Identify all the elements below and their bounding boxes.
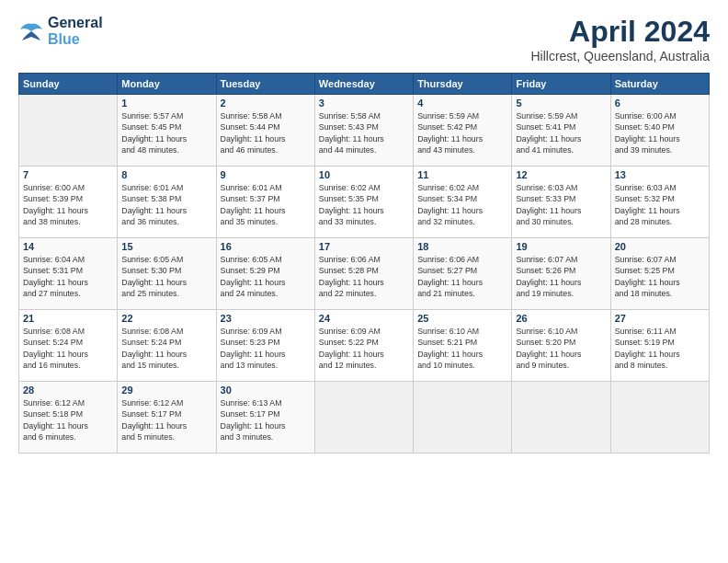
- day-info: Sunrise: 5:58 AMSunset: 5:43 PMDaylight:…: [319, 110, 409, 155]
- calendar-cell: 29Sunrise: 6:12 AMSunset: 5:17 PMDayligh…: [118, 382, 216, 454]
- calendar-cell: 30Sunrise: 6:13 AMSunset: 5:17 PMDayligh…: [216, 382, 314, 454]
- calendar-cell: [19, 95, 118, 167]
- day-info: Sunrise: 6:06 AMSunset: 5:28 PMDaylight:…: [319, 254, 409, 299]
- day-number: 14: [23, 241, 113, 252]
- calendar-cell: 23Sunrise: 6:09 AMSunset: 5:23 PMDayligh…: [216, 310, 314, 382]
- header: General Blue April 2024 Hillcrest, Queen…: [18, 15, 710, 63]
- day-info: Sunrise: 6:03 AMSunset: 5:33 PMDaylight:…: [516, 182, 606, 227]
- calendar-week-5: 28Sunrise: 6:12 AMSunset: 5:18 PMDayligh…: [19, 382, 710, 454]
- day-number: 26: [516, 313, 606, 324]
- day-number: 18: [417, 241, 507, 252]
- day-number: 21: [23, 313, 113, 324]
- header-friday: Friday: [512, 74, 610, 95]
- day-number: 23: [221, 313, 311, 324]
- day-info: Sunrise: 6:00 AMSunset: 5:40 PMDaylight:…: [615, 110, 705, 155]
- logo: General Blue: [18, 15, 103, 48]
- month-title: April 2024: [530, 15, 710, 49]
- calendar-cell: 4Sunrise: 5:59 AMSunset: 5:42 PMDaylight…: [414, 95, 512, 167]
- calendar-cell: 7Sunrise: 6:00 AMSunset: 5:39 PMDaylight…: [19, 167, 118, 238]
- calendar-cell: [512, 382, 610, 454]
- day-number: 6: [615, 98, 705, 109]
- day-info: Sunrise: 6:01 AMSunset: 5:37 PMDaylight:…: [221, 182, 311, 227]
- day-info: Sunrise: 5:59 AMSunset: 5:42 PMDaylight:…: [417, 110, 507, 155]
- day-info: Sunrise: 6:12 AMSunset: 5:17 PMDaylight:…: [121, 397, 211, 442]
- day-info: Sunrise: 6:02 AMSunset: 5:34 PMDaylight:…: [417, 182, 507, 227]
- calendar-cell: 25Sunrise: 6:10 AMSunset: 5:21 PMDayligh…: [414, 310, 512, 382]
- calendar-cell: 3Sunrise: 5:58 AMSunset: 5:43 PMDaylight…: [314, 95, 413, 167]
- day-number: 7: [23, 169, 113, 180]
- calendar-cell: 24Sunrise: 6:09 AMSunset: 5:22 PMDayligh…: [314, 310, 413, 382]
- day-number: 28: [23, 385, 113, 396]
- day-number: 3: [319, 98, 409, 109]
- header-thursday: Thursday: [414, 74, 512, 95]
- day-number: 20: [615, 241, 705, 252]
- day-info: Sunrise: 6:13 AMSunset: 5:17 PMDaylight:…: [221, 397, 311, 442]
- calendar-cell: [610, 382, 709, 454]
- day-number: 12: [516, 169, 606, 180]
- day-number: 19: [516, 241, 606, 252]
- calendar-cell: 17Sunrise: 6:06 AMSunset: 5:28 PMDayligh…: [314, 238, 413, 310]
- calendar-table: Sunday Monday Tuesday Wednesday Thursday…: [18, 73, 710, 454]
- day-number: 30: [221, 385, 311, 396]
- day-number: 22: [121, 313, 211, 324]
- calendar-week-1: 1Sunrise: 5:57 AMSunset: 5:45 PMDaylight…: [19, 95, 710, 167]
- header-monday: Monday: [118, 74, 216, 95]
- day-number: 27: [615, 313, 705, 324]
- calendar-week-2: 7Sunrise: 6:00 AMSunset: 5:39 PMDaylight…: [19, 167, 710, 238]
- day-info: Sunrise: 6:04 AMSunset: 5:31 PMDaylight:…: [23, 254, 113, 299]
- calendar-cell: [414, 382, 512, 454]
- day-number: 25: [417, 313, 507, 324]
- calendar-cell: 9Sunrise: 6:01 AMSunset: 5:37 PMDaylight…: [216, 167, 314, 238]
- day-info: Sunrise: 6:02 AMSunset: 5:35 PMDaylight:…: [319, 182, 409, 227]
- day-info: Sunrise: 6:01 AMSunset: 5:38 PMDaylight:…: [121, 182, 211, 227]
- calendar-cell: 11Sunrise: 6:02 AMSunset: 5:34 PMDayligh…: [414, 167, 512, 238]
- day-info: Sunrise: 6:09 AMSunset: 5:23 PMDaylight:…: [221, 326, 311, 371]
- calendar-cell: 26Sunrise: 6:10 AMSunset: 5:20 PMDayligh…: [512, 310, 610, 382]
- day-info: Sunrise: 6:10 AMSunset: 5:20 PMDaylight:…: [516, 326, 606, 371]
- calendar-cell: 5Sunrise: 5:59 AMSunset: 5:41 PMDaylight…: [512, 95, 610, 167]
- location: Hillcrest, Queensland, Australia: [530, 49, 710, 63]
- calendar-cell: 8Sunrise: 6:01 AMSunset: 5:38 PMDaylight…: [118, 167, 216, 238]
- day-info: Sunrise: 6:03 AMSunset: 5:32 PMDaylight:…: [615, 182, 705, 227]
- calendar-cell: 15Sunrise: 6:05 AMSunset: 5:30 PMDayligh…: [118, 238, 216, 310]
- logo-icon: [18, 20, 44, 42]
- header-tuesday: Tuesday: [216, 74, 314, 95]
- day-number: 5: [516, 98, 606, 109]
- calendar-cell: 22Sunrise: 6:08 AMSunset: 5:24 PMDayligh…: [118, 310, 216, 382]
- calendar-cell: 2Sunrise: 5:58 AMSunset: 5:44 PMDaylight…: [216, 95, 314, 167]
- day-number: 9: [221, 169, 311, 180]
- header-wednesday: Wednesday: [314, 74, 413, 95]
- calendar-cell: 20Sunrise: 6:07 AMSunset: 5:25 PMDayligh…: [610, 238, 709, 310]
- day-number: 15: [121, 241, 211, 252]
- day-number: 2: [221, 98, 311, 109]
- day-number: 8: [121, 169, 211, 180]
- header-saturday: Saturday: [610, 74, 709, 95]
- day-info: Sunrise: 6:12 AMSunset: 5:18 PMDaylight:…: [23, 397, 113, 442]
- day-number: 1: [121, 98, 211, 109]
- calendar-cell: 18Sunrise: 6:06 AMSunset: 5:27 PMDayligh…: [414, 238, 512, 310]
- header-sunday: Sunday: [19, 74, 118, 95]
- day-info: Sunrise: 6:06 AMSunset: 5:27 PMDaylight:…: [417, 254, 507, 299]
- day-info: Sunrise: 6:08 AMSunset: 5:24 PMDaylight:…: [23, 326, 113, 371]
- calendar-cell: 13Sunrise: 6:03 AMSunset: 5:32 PMDayligh…: [610, 167, 709, 238]
- day-info: Sunrise: 6:07 AMSunset: 5:26 PMDaylight:…: [516, 254, 606, 299]
- weekday-header-row: Sunday Monday Tuesday Wednesday Thursday…: [19, 74, 710, 95]
- calendar-cell: 6Sunrise: 6:00 AMSunset: 5:40 PMDaylight…: [610, 95, 709, 167]
- calendar-cell: 12Sunrise: 6:03 AMSunset: 5:33 PMDayligh…: [512, 167, 610, 238]
- calendar-cell: [314, 382, 413, 454]
- day-info: Sunrise: 6:08 AMSunset: 5:24 PMDaylight:…: [121, 326, 211, 371]
- day-number: 11: [417, 169, 507, 180]
- calendar-cell: 21Sunrise: 6:08 AMSunset: 5:24 PMDayligh…: [19, 310, 118, 382]
- day-info: Sunrise: 6:07 AMSunset: 5:25 PMDaylight:…: [615, 254, 705, 299]
- calendar-week-4: 21Sunrise: 6:08 AMSunset: 5:24 PMDayligh…: [19, 310, 710, 382]
- calendar-cell: 16Sunrise: 6:05 AMSunset: 5:29 PMDayligh…: [216, 238, 314, 310]
- day-info: Sunrise: 5:59 AMSunset: 5:41 PMDaylight:…: [516, 110, 606, 155]
- day-number: 10: [319, 169, 409, 180]
- title-block: April 2024 Hillcrest, Queensland, Austra…: [530, 15, 710, 63]
- calendar-cell: 1Sunrise: 5:57 AMSunset: 5:45 PMDaylight…: [118, 95, 216, 167]
- day-number: 24: [319, 313, 409, 324]
- day-info: Sunrise: 5:57 AMSunset: 5:45 PMDaylight:…: [121, 110, 211, 155]
- day-info: Sunrise: 5:58 AMSunset: 5:44 PMDaylight:…: [221, 110, 311, 155]
- day-info: Sunrise: 6:10 AMSunset: 5:21 PMDaylight:…: [417, 326, 507, 371]
- day-number: 13: [615, 169, 705, 180]
